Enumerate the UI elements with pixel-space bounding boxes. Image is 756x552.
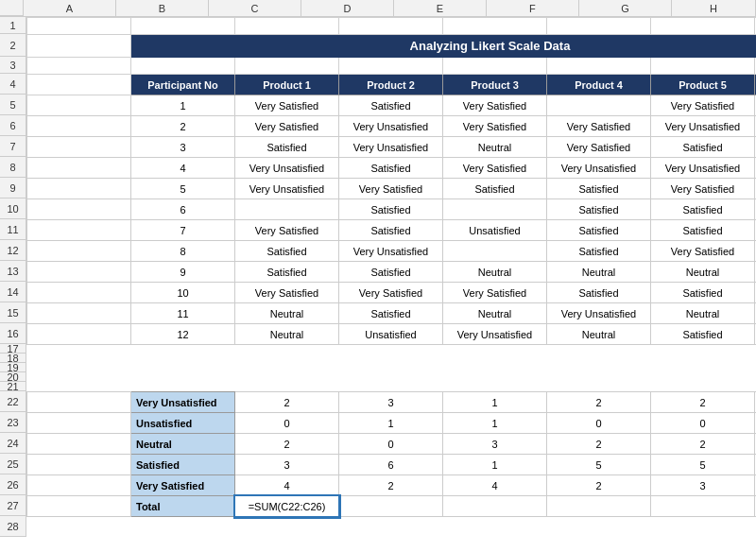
cell-r7-p5: Satisfied: [651, 220, 755, 241]
summary-total-e: [443, 496, 547, 517]
summary-val-vsat-c: 4: [235, 475, 339, 496]
header-product4: Product 4: [547, 75, 651, 95]
cell-r11-p5: Neutral: [651, 303, 755, 324]
header-product5: Product 5: [651, 75, 755, 95]
cell-r11-p2: Satisfied: [339, 303, 443, 324]
row-13: 13: [0, 261, 26, 282]
cell-r4-p5: Very Unsatisfied: [651, 158, 755, 179]
summary-row-very-unsatisfied: Very Unsatisfied 2 3 1 2 2 1: [27, 392, 757, 413]
spreadsheet: A B C D E F G H 1 2 3 4 5 6 7 8 9 10 11 …: [0, 0, 756, 552]
cell-r2-p3: Very Satisfied: [443, 116, 547, 137]
summary-label-vsat: Very Satisfied: [131, 475, 235, 496]
row-16: 16: [0, 323, 26, 344]
row-7: 7: [0, 136, 26, 157]
summary-total-g: [651, 496, 755, 517]
cell-r5-p4: Satisfied: [547, 179, 651, 199]
cell-r1-p1: Very Satisfied: [235, 95, 339, 116]
summary-val-vsat-e: 4: [443, 475, 547, 496]
summary-val-vsat-d: 2: [339, 475, 443, 496]
cell-r7-p3: Unsatisfied: [443, 220, 547, 241]
summary-val-sat-e: 1: [443, 455, 547, 475]
summary-label-total: Total: [131, 496, 235, 517]
row-28: 28: [0, 516, 26, 537]
cell-r6-p2: Satisfied: [339, 199, 443, 220]
row-24: 24: [0, 433, 26, 454]
summary-val-sat-c: 3: [235, 455, 339, 475]
summary-label-neutral: Neutral: [131, 434, 235, 455]
col-g-header: G: [579, 0, 672, 16]
row-11: 11: [0, 219, 26, 240]
cell-r12-no: 12: [131, 324, 235, 345]
row-headers: 1 2 3 4 5 6 7 8 9 10 11 12 13 14 15 16 1…: [0, 17, 26, 538]
header-product2: Product 2: [339, 75, 443, 95]
cell-r10-p5: Satisfied: [651, 283, 755, 303]
table-row: 3 Satisfied Very Unsatisfied Neutral Ver…: [27, 137, 757, 158]
cell-r2-p2: Very Unsatisfied: [339, 116, 443, 137]
summary-label-vun: Very Unsatisfied: [131, 392, 235, 413]
cell-r8-p2: Very Unsatisfied: [339, 241, 443, 262]
header-participant: Participant No: [131, 75, 235, 95]
row-3: 3: [0, 57, 26, 74]
col-e-header: E: [394, 0, 487, 16]
title-row: Analyzing Likert Scale Data: [27, 35, 757, 58]
cell-r1-p2: Satisfied: [339, 95, 443, 116]
row-1: 1: [0, 17, 26, 34]
col-f-header: F: [487, 0, 579, 16]
cell-r10-p3: Very Satisfied: [443, 283, 547, 303]
summary-val-un-f: 0: [547, 413, 651, 434]
spacer-row: [27, 345, 757, 354]
cell-r6-p1: [235, 199, 339, 220]
summary-row-very-satisfied: Very Satisfied 4 2 4 2 3 2: [27, 475, 757, 496]
summary-val-sat-d: 6: [339, 455, 443, 475]
row-26: 26: [0, 474, 26, 495]
cell-r5-p1: Very Unsatisfied: [235, 179, 339, 199]
table-row: 10 Very Satisfied Very Satisfied Very Sa…: [27, 283, 757, 303]
spacer-row: [27, 364, 757, 373]
spacer-row: [27, 383, 757, 392]
row-15: 15: [0, 302, 26, 323]
spreadsheet-title: Analyzing Likert Scale Data: [131, 35, 757, 58]
col-a-header: A: [24, 0, 116, 16]
table-row: 8 Satisfied Very Unsatisfied Satisfied V…: [27, 241, 757, 262]
col-b-header: B: [116, 0, 209, 16]
spacer-row: [27, 373, 757, 383]
table-row: 4 Very Unsatisfied Satisfied Very Satisf…: [27, 158, 757, 179]
cell-r9-p4: Neutral: [547, 262, 651, 283]
summary-val-sat-g: 5: [651, 455, 755, 475]
table-row: 12 Neutral Unsatisfied Very Unsatisfied …: [27, 324, 757, 345]
row-1: [27, 18, 757, 35]
cell-r9-p5: Neutral: [651, 262, 755, 283]
cell-r12-p3: Very Unsatisfied: [443, 324, 547, 345]
row-27: 27: [0, 495, 26, 516]
summary-val-neutral-g: 2: [651, 434, 755, 455]
row-12: 12: [0, 240, 26, 261]
cell-r12-p1: Neutral: [235, 324, 339, 345]
row-6: 6: [0, 115, 26, 136]
col-h-header: H: [672, 0, 756, 16]
cell-r7-p2: Satisfied: [339, 220, 443, 241]
summary-label-satisfied: Satisfied: [131, 455, 235, 475]
cell-r11-p3: Neutral: [443, 303, 547, 324]
row-5: 5: [0, 95, 26, 115]
cell-r3-no: 3: [131, 137, 235, 158]
cell-r4-p3: Very Satisfied: [443, 158, 547, 179]
summary-row-neutral: Neutral 2 0 3 2 2 2: [27, 434, 757, 455]
cell-r6-no: 6: [131, 199, 235, 220]
summary-val-vsat-g: 3: [651, 475, 755, 496]
cell-r5-p5: Very Satisfied: [651, 179, 755, 199]
row-2: 2: [0, 34, 26, 57]
summary-val-neutral-f: 2: [547, 434, 651, 455]
cell-r9-p1: Satisfied: [235, 262, 339, 283]
cell-r12-p5: Satisfied: [651, 324, 755, 345]
cell-r12-p4: Neutral: [547, 324, 651, 345]
cell-r6-p5: Satisfied: [651, 199, 755, 220]
cell-r4-p2: Satisfied: [339, 158, 443, 179]
cell-r10-p1: Very Satisfied: [235, 283, 339, 303]
cell-r4-p1: Very Unsatisfied: [235, 158, 339, 179]
summary-formula-cell[interactable]: =SUM(C22:C26): [235, 496, 339, 517]
cell-r7-p4: Satisfied: [547, 220, 651, 241]
cell-r8-no: 8: [131, 241, 235, 262]
summary-total-f: [547, 496, 651, 517]
row-25: 25: [0, 454, 26, 474]
cell-r2-p5: Very Unsatisfied: [651, 116, 755, 137]
